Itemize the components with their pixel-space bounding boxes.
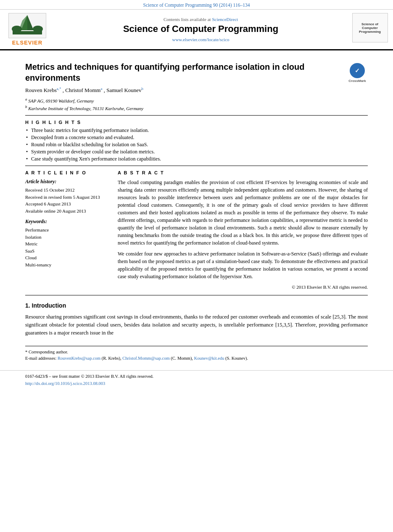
crossmark-badge: ✓ CrossMark (347, 63, 368, 83)
author2-name: , Christof Momm (63, 87, 101, 94)
affiliation-a: a SAP AG, 69190 Walldorf, Germany (25, 97, 368, 104)
abstract-body: The cloud computing paradigm enables the… (118, 179, 368, 291)
divider-3 (25, 295, 368, 295)
journal-header: ELSEVIER Contents lists available at Sci… (0, 10, 393, 50)
highlight-item-1: Three basic metrics for quantifying perf… (25, 127, 368, 134)
author1-name: Rouven Krebs (25, 87, 57, 94)
revised-date: Received in revised form 5 August 2013 (25, 194, 109, 201)
intro-paragraph: Resource sharing promises significant co… (25, 313, 368, 337)
author3-sup: b (142, 87, 144, 91)
affiliation-b: b Karlsruhe Institute of Technology, 761… (25, 104, 368, 112)
journal-cover-logo: Science of Computer Programming (351, 13, 389, 46)
history-label: Article history: (25, 179, 109, 185)
logo-tree-image (8, 13, 46, 38)
journal-cover-image: Science of Computer Programming (352, 13, 388, 42)
highlight-item-5: Case study quantifying Xen's performance… (25, 156, 368, 162)
divider-2 (25, 166, 368, 166)
affiliations: a SAP AG, 69190 Walldorf, Germany b Karl… (25, 97, 368, 112)
highlight-item-4: System provider or developer could use t… (25, 149, 368, 155)
contents-available-text: Contents lists available at ScienceDirec… (164, 17, 238, 22)
issn-line: 0167-6423/$ – see front matter © 2013 El… (25, 373, 368, 380)
abstract-column: A B S T R A C T The cloud computing para… (118, 170, 368, 291)
author3-email[interactable]: Kounev@kit.edu (194, 356, 224, 361)
author1-sup: a,* (57, 87, 61, 91)
science-direct-link[interactable]: ScienceDirect (212, 17, 238, 22)
journal-ref-text: Science of Computer Programming 90 (2014… (143, 3, 250, 8)
doi-line: http://dx.doi.org/10.1016/j.scico.2013.0… (25, 380, 368, 387)
email-addresses: E-mail addresses: RouvenKrebs@sap.com (R… (25, 355, 368, 362)
author3-name: , Samuel Kounev (104, 87, 142, 94)
elsevier-logo: ELSEVIER (8, 13, 46, 46)
bottom-bar: 0167-6423/$ – see front matter © 2013 El… (0, 370, 393, 390)
journal-name: Science of Computer Programming (123, 24, 278, 34)
article-title: Metrics and techniques for quantifying p… (25, 61, 343, 83)
abstract-label: A B S T R A C T (118, 170, 368, 175)
keywords-section: Keywords: Performance Isolation Metric S… (25, 219, 109, 268)
highlights-label: H I G H L I G H T S (25, 120, 368, 125)
author1-email[interactable]: RouvenKrebs@sap.com (58, 356, 100, 361)
journal-title-area: Contents lists available at ScienceDirec… (55, 13, 347, 46)
keyword-2: Isolation (25, 234, 109, 241)
svg-point-3 (12, 26, 22, 32)
corresponding-author-note: * Corresponding author. (25, 349, 368, 356)
accepted-date: Accepted 6 August 2013 (25, 200, 109, 208)
authors-line: Rouven Krebsa,* , Christof Momma , Samue… (25, 87, 368, 94)
keyword-5: Cloud (25, 254, 109, 261)
crossmark-label: CrossMark (348, 79, 366, 83)
received-date: Received 15 October 2012 (25, 187, 109, 194)
publisher-logo-area: ELSEVIER (4, 13, 50, 46)
article-info-abstract-area: A R T I C L E I N F O Article history: R… (25, 170, 368, 291)
elsevier-wordmark: ELSEVIER (12, 40, 42, 46)
highlights-list: Three basic metrics for quantifying perf… (25, 127, 368, 162)
keyword-1: Performance (25, 226, 109, 234)
keyword-6: Multi-tenancy (25, 261, 109, 269)
keyword-4: SaaS (25, 248, 109, 255)
crossmark-icon: ✓ (350, 63, 365, 78)
copyright-notice: © 2013 Elsevier B.V. All rights reserved… (118, 284, 368, 291)
svg-point-4 (33, 26, 43, 32)
available-date: Available online 20 August 2013 (25, 208, 109, 215)
footnote-area: * Corresponding author. E-mail addresses… (25, 346, 368, 362)
divider-1 (25, 115, 368, 116)
author2-sup: a (100, 87, 102, 91)
journal-reference: Science of Computer Programming 90 (2014… (0, 0, 393, 10)
article-title-area: Metrics and techniques for quantifying p… (25, 61, 368, 83)
highlight-item-2: Decoupled from a concrete scenario and e… (25, 134, 368, 141)
keyword-3: Metric (25, 240, 109, 248)
article-info-column: A R T I C L E I N F O Article history: R… (25, 170, 109, 291)
abstract-paragraph-1: The cloud computing paradigm enables the… (118, 179, 368, 247)
abstract-paragraph-2: We consider four new approaches to achie… (118, 250, 368, 280)
journal-url[interactable]: www.elsevier.com/locate/scico (172, 37, 229, 42)
main-content: Metrics and techniques for quantifying p… (0, 50, 393, 366)
intro-heading: 1. Introduction (25, 302, 368, 309)
doi-link[interactable]: http://dx.doi.org/10.1016/j.scico.2013.0… (25, 381, 105, 386)
article-info-label: A R T I C L E I N F O (25, 170, 109, 175)
keywords-label: Keywords: (25, 219, 109, 225)
introduction-section: 1. Introduction Resource sharing promise… (25, 302, 368, 337)
author2-email[interactable]: Christof.Momm@sap.com (122, 356, 169, 361)
highlight-item-3: Round robin or blacklist scheduling for … (25, 142, 368, 148)
